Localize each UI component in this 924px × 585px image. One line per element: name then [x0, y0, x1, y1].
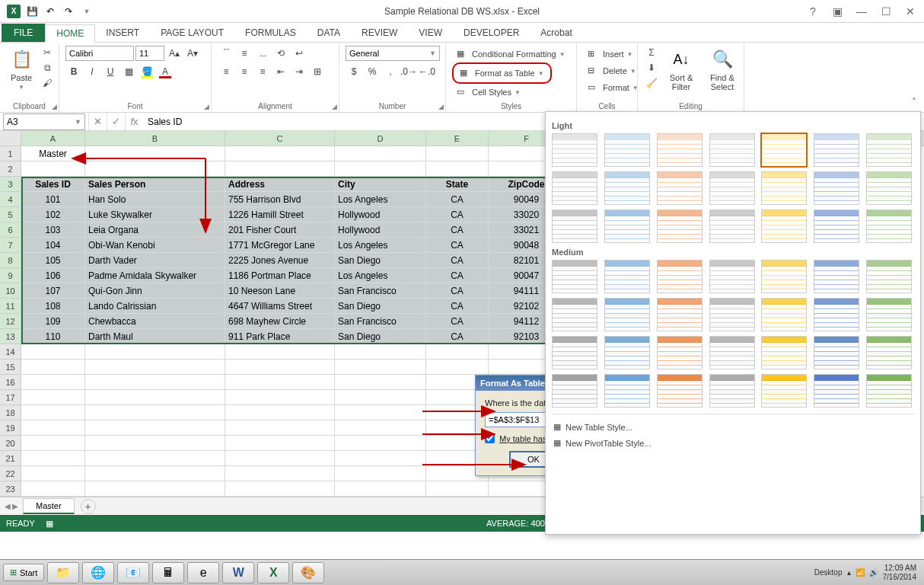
- cell[interactable]: 105: [21, 253, 85, 268]
- cell[interactable]: [225, 405, 335, 420]
- font-name-input[interactable]: [65, 46, 134, 61]
- table-style-swatch[interactable]: [552, 298, 597, 331]
- cell[interactable]: Sales Person: [85, 177, 225, 192]
- table-style-swatch[interactable]: [866, 133, 912, 167]
- decrease-indent-icon[interactable]: ⇤: [272, 64, 289, 79]
- table-style-swatch[interactable]: [814, 374, 859, 408]
- tab-home[interactable]: HOME: [45, 24, 95, 43]
- tab-insert[interactable]: INSERT: [95, 24, 150, 42]
- cell[interactable]: Obi-Wan Kenobi: [85, 238, 225, 253]
- clipboard-launcher-icon[interactable]: ◢: [52, 103, 57, 110]
- cancel-formula-icon[interactable]: ✕: [88, 113, 107, 130]
- cell[interactable]: Padme Amidala Skywalker: [85, 268, 225, 283]
- table-style-swatch[interactable]: [657, 260, 703, 293]
- table-style-swatch[interactable]: [604, 260, 650, 293]
- tab-formulas[interactable]: FORMULAS: [234, 24, 307, 42]
- tab-developer[interactable]: DEVELOPER: [453, 24, 530, 42]
- table-style-swatch[interactable]: [709, 374, 755, 408]
- table-style-swatch[interactable]: [709, 209, 755, 243]
- table-style-swatch[interactable]: [709, 298, 755, 331]
- table-style-swatch[interactable]: [604, 374, 650, 408]
- cell[interactable]: Chewbacca: [85, 314, 225, 329]
- cell[interactable]: [335, 451, 426, 466]
- cell[interactable]: [85, 390, 225, 405]
- table-style-swatch[interactable]: [866, 260, 912, 293]
- clear-icon[interactable]: 🧹: [644, 76, 659, 90]
- table-style-swatch[interactable]: [709, 133, 755, 167]
- align-bottom-icon[interactable]: ⎵: [254, 46, 271, 61]
- cell[interactable]: [426, 360, 489, 375]
- table-style-swatch[interactable]: [604, 336, 650, 369]
- table-style-swatch[interactable]: [604, 171, 650, 205]
- tab-page-layout[interactable]: PAGE LAYOUT: [150, 24, 234, 42]
- table-style-swatch[interactable]: [814, 133, 859, 167]
- table-style-swatch[interactable]: [604, 133, 650, 167]
- cell[interactable]: Leia Organa: [85, 222, 225, 238]
- cell[interactable]: [335, 481, 426, 497]
- cell[interactable]: Los Angeles: [335, 192, 426, 207]
- alignment-launcher-icon[interactable]: ◢: [332, 103, 337, 110]
- table-style-swatch[interactable]: [814, 260, 859, 293]
- task-word-icon[interactable]: W: [222, 562, 254, 583]
- bold-button[interactable]: B: [65, 64, 82, 79]
- cell[interactable]: Los Angeles: [335, 238, 426, 253]
- cell[interactable]: 1186 Portman Place: [225, 268, 335, 283]
- cell[interactable]: [85, 451, 225, 466]
- table-style-swatch[interactable]: [709, 260, 755, 293]
- cell[interactable]: CA: [426, 207, 489, 222]
- cell[interactable]: 106: [21, 268, 85, 283]
- cell[interactable]: [85, 466, 225, 481]
- row-header[interactable]: 1: [0, 146, 21, 161]
- cell[interactable]: Sales ID: [21, 177, 85, 192]
- cell[interactable]: [85, 481, 225, 497]
- col-header-a[interactable]: A: [21, 131, 85, 145]
- paste-button[interactable]: 📋 Paste ▼: [6, 46, 37, 92]
- table-style-swatch[interactable]: [657, 374, 703, 408]
- cut-icon[interactable]: ✂: [40, 46, 55, 59]
- cell[interactable]: Hollywood: [335, 222, 426, 238]
- cell[interactable]: [85, 344, 225, 360]
- wrap-text-icon[interactable]: ↩: [291, 46, 307, 61]
- cell[interactable]: [335, 405, 426, 420]
- task-paint-icon[interactable]: 🎨: [292, 562, 324, 583]
- task-calculator-icon[interactable]: 🖩: [152, 562, 184, 583]
- cell[interactable]: CA: [426, 283, 489, 299]
- cell[interactable]: San Diego: [335, 253, 426, 268]
- cell[interactable]: [225, 436, 335, 451]
- delete-cells-button[interactable]: ⊟Delete▼: [583, 62, 641, 79]
- cell[interactable]: [85, 161, 225, 177]
- task-explorer-icon[interactable]: 📁: [47, 562, 79, 583]
- cell[interactable]: 109: [21, 314, 85, 329]
- row-header[interactable]: 13: [0, 329, 21, 344]
- table-style-swatch[interactable]: [761, 260, 807, 293]
- cell[interactable]: San Diego: [335, 329, 426, 344]
- align-center-icon[interactable]: ≡: [236, 64, 253, 79]
- decrease-decimal-icon[interactable]: ←.0: [419, 64, 435, 79]
- cell[interactable]: [335, 375, 426, 390]
- table-style-swatch[interactable]: [866, 336, 912, 369]
- table-style-swatch[interactable]: [552, 171, 597, 205]
- cell[interactable]: [225, 146, 335, 161]
- col-header-e[interactable]: E: [426, 131, 489, 145]
- name-box[interactable]: A3▼: [3, 113, 85, 130]
- table-style-swatch[interactable]: [709, 171, 755, 205]
- cell[interactable]: [85, 360, 225, 375]
- percent-icon[interactable]: %: [364, 64, 381, 79]
- new-table-style-link[interactable]: ▦New Table Style...: [552, 419, 914, 435]
- cell[interactable]: 102: [21, 207, 85, 222]
- row-header[interactable]: 17: [0, 390, 21, 405]
- format-painter-icon[interactable]: 🖌: [40, 76, 55, 90]
- row-header[interactable]: 20: [0, 436, 21, 451]
- cell[interactable]: [225, 390, 335, 405]
- sheet-tab-master[interactable]: Master: [23, 498, 75, 514]
- cell[interactable]: 911 Park Place: [225, 329, 335, 344]
- cell[interactable]: 104: [21, 238, 85, 253]
- shrink-font-icon[interactable]: A▾: [184, 46, 201, 61]
- cell[interactable]: 108: [21, 299, 85, 314]
- table-style-swatch[interactable]: [761, 374, 807, 408]
- cell[interactable]: [426, 344, 489, 360]
- italic-button[interactable]: I: [84, 64, 100, 79]
- cell[interactable]: [426, 161, 489, 177]
- increase-indent-icon[interactable]: ⇥: [291, 64, 307, 79]
- tab-data[interactable]: DATA: [307, 24, 351, 42]
